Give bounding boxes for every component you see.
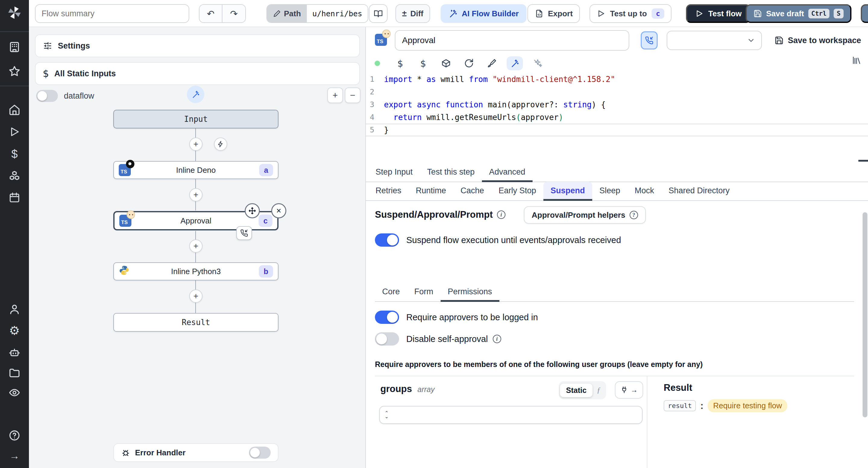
package-button[interactable]: [435, 59, 458, 68]
path-button[interactable]: Path u/henri/bes: [267, 4, 368, 23]
sliders-icon: [43, 41, 53, 51]
move-step-button[interactable]: [245, 203, 260, 218]
variables-dollar-icon[interactable]: $: [0, 148, 29, 161]
favorites-star-icon[interactable]: [0, 65, 29, 77]
tab-mock[interactable]: Mock: [627, 182, 661, 200]
baby-emoji-icon: [127, 210, 135, 219]
info-icon[interactable]: i: [497, 210, 505, 219]
flow-node-input[interactable]: Input: [113, 110, 278, 128]
tab-cache[interactable]: Cache: [453, 182, 491, 200]
settings-gear-icon[interactable]: ⚙: [0, 324, 29, 337]
all-static-inputs-card[interactable]: $ All Static Inputs: [35, 62, 360, 85]
tab-step-input[interactable]: Step Input: [368, 163, 420, 181]
require-login-toggle[interactable]: [375, 311, 399, 324]
dataflow-toggle[interactable]: [36, 90, 58, 102]
ai-flow-builder-button[interactable]: AI Flow Builder: [441, 4, 527, 23]
error-handler-toggle[interactable]: [249, 447, 271, 459]
resources-dollar-button[interactable]: $: [412, 58, 435, 69]
reload-button[interactable]: [458, 59, 480, 68]
add-step-button[interactable]: +: [189, 239, 203, 253]
script-version-select[interactable]: [667, 31, 762, 50]
flow-node-inline-python[interactable]: Inline Python3 b: [113, 262, 278, 281]
flow-node-result[interactable]: Result: [113, 313, 278, 332]
deploy-button-partial[interactable]: [861, 4, 868, 23]
error-handler-card[interactable]: Error Handler: [113, 443, 278, 462]
suspend-phone-button[interactable]: [641, 31, 658, 50]
docs-book-button[interactable]: [369, 4, 388, 23]
resources-boxes-icon[interactable]: [0, 170, 29, 182]
ai-wand-button[interactable]: [503, 56, 526, 70]
add-step-button[interactable]: +: [189, 138, 203, 151]
schedules-calendar-icon[interactable]: [0, 192, 29, 203]
tab-shared-directory[interactable]: Shared Directory: [661, 182, 737, 200]
editor-toolbar: $ $: [366, 56, 868, 71]
tab-early-stop[interactable]: Early Stop: [491, 182, 544, 200]
save-draft-button[interactable]: Save draft Ctrl S: [746, 4, 851, 23]
info-icon[interactable]: i: [493, 335, 501, 343]
zoom-in-button[interactable]: +: [327, 87, 343, 103]
windmill-logo-icon[interactable]: [0, 5, 29, 21]
folders-icon[interactable]: [0, 367, 29, 379]
advanced-tabs: Retries Runtime Cache Early Stop Suspend…: [366, 182, 868, 201]
variables-dollar-button[interactable]: $: [389, 58, 412, 69]
static-mode-button[interactable]: Static: [560, 384, 592, 397]
tab-core[interactable]: Core: [375, 283, 407, 301]
wand-icon: [448, 9, 458, 18]
result-key-chip[interactable]: result: [664, 400, 696, 411]
expand-arrow-icon[interactable]: →: [0, 450, 29, 462]
tab-test-this-step[interactable]: Test this step: [420, 163, 482, 181]
add-step-button[interactable]: +: [189, 188, 203, 201]
ai-sparkles-off-button[interactable]: [526, 59, 549, 68]
javascript-mode-button[interactable]: ƒ: [592, 384, 605, 397]
workspace-icon[interactable]: [0, 41, 29, 53]
script-library-button[interactable]: [852, 56, 861, 65]
audit-eye-icon[interactable]: [0, 387, 29, 399]
flow-settings-card[interactable]: Settings: [35, 34, 360, 57]
runs-play-icon[interactable]: [0, 126, 29, 138]
redo-button[interactable]: ↷: [222, 5, 245, 22]
tab-form[interactable]: Form: [407, 283, 441, 301]
code-editor[interactable]: 1import * as wmill from "windmill-client…: [366, 73, 868, 173]
result-value-badge[interactable]: Require testing flow: [708, 399, 787, 412]
ai-suggest-wand-button[interactable]: [187, 86, 204, 103]
flow-summary-input[interactable]: [35, 4, 189, 23]
tab-retries[interactable]: Retries: [368, 182, 409, 200]
suspend-toggle-row: Suspend flow execution until events/appr…: [375, 233, 621, 247]
add-step-button[interactable]: +: [189, 290, 203, 303]
code-line: 4 return wmill.getResumeUrls(approver): [366, 111, 868, 124]
home-icon[interactable]: [0, 104, 29, 116]
suspend-settings: Suspend/Approval/Prompt i Approval/Promp…: [366, 201, 868, 468]
suspend-execution-toggle[interactable]: [375, 233, 399, 247]
code-line: 2: [366, 86, 868, 98]
disable-self-approval-toggle[interactable]: [375, 332, 399, 346]
diff-button[interactable]: ± Diff: [396, 4, 430, 23]
result-row: result : Require testing flow: [664, 399, 787, 412]
tab-runtime[interactable]: Runtime: [409, 182, 454, 200]
tab-advanced[interactable]: Advanced: [482, 163, 532, 181]
approval-prompt-helpers-button[interactable]: Approval/Prompt helpers ?: [524, 206, 646, 224]
users-person-icon[interactable]: [0, 303, 29, 315]
wand-icon: [191, 90, 200, 98]
zoom-out-button[interactable]: −: [345, 87, 361, 103]
tab-sleep[interactable]: Sleep: [592, 182, 627, 200]
refresh-icon: [464, 59, 474, 68]
groups-array-input[interactable]: ⌃⌄: [379, 406, 643, 424]
save-to-workspace-button[interactable]: Save to workspace: [771, 32, 865, 49]
workers-robot-icon[interactable]: [0, 346, 29, 358]
export-button[interactable]: Export: [527, 4, 580, 23]
dataflow-label: dataflow: [64, 91, 94, 101]
tab-permissions[interactable]: Permissions: [441, 283, 499, 301]
typescript-icon: TS: [375, 34, 387, 46]
tab-suspend[interactable]: Suspend: [544, 182, 592, 200]
flow-node-inline-deno[interactable]: TS Inline Deno a: [113, 161, 278, 179]
test-flow-button[interactable]: Test flow: [686, 4, 751, 23]
test-up-to-button[interactable]: Test up to c: [590, 4, 672, 23]
step-title-input[interactable]: [395, 30, 629, 51]
connect-input-button[interactable]: →: [615, 381, 643, 399]
undo-button[interactable]: ↶: [199, 5, 222, 22]
add-trigger-button[interactable]: [214, 138, 227, 151]
delete-step-button[interactable]: ×: [271, 203, 286, 218]
help-icon[interactable]: [0, 430, 29, 441]
panel-scrollbar[interactable]: [863, 212, 867, 417]
format-brush-button[interactable]: [480, 59, 503, 68]
